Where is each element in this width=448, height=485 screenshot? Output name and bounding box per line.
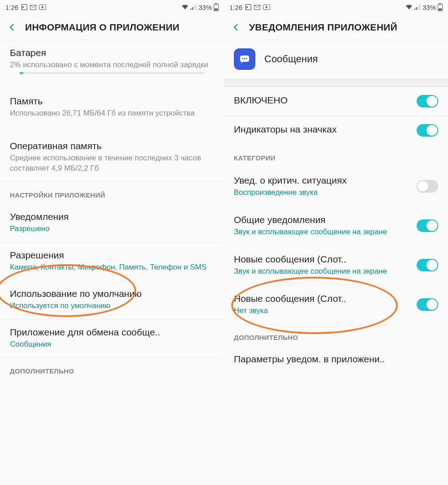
row-enabled[interactable]: ВКЛЮЧЕНО	[224, 87, 448, 116]
app-bar-right: УВЕДОМЛЕНИЯ ПРИЛОЖЕНИЙ	[224, 14, 448, 40]
row-slot2[interactable]: Новые сообщения (Слот.. Нет звука	[224, 285, 448, 325]
row-default[interactable]: Использование по умолчанию Используется …	[0, 281, 224, 320]
app-bar-left: ИНФОРМАЦИЯ О ПРИЛОЖЕНИИ	[0, 14, 224, 40]
row-subtitle: Разрешено	[10, 224, 214, 234]
svg-rect-8	[215, 4, 217, 4]
back-button[interactable]	[230, 21, 242, 33]
row-title: Использование по умолчанию	[10, 288, 214, 299]
svg-rect-6	[196, 4, 197, 10]
row-badges[interactable]: Индикаторы на значках	[224, 116, 448, 145]
section-header-extra: ДОПОЛНИТЕЛЬНО	[224, 325, 448, 347]
row-subtitle: Воспроизведение звука	[234, 188, 411, 198]
chevron-left-icon	[8, 23, 17, 32]
row-subtitle: Звук и всплывающее сообщение на экране	[234, 227, 411, 237]
row-permissions[interactable]: Разрешения Камера, Контакты, Микрофон, П…	[0, 243, 224, 281]
toggle-badges[interactable]	[417, 124, 438, 137]
row-subtitle: Звук и всплывающее сообщение на экране	[234, 266, 411, 277]
row-critical[interactable]: Увед. о критич. ситуациях Воспроизведени…	[224, 167, 448, 206]
svg-rect-18	[439, 4, 441, 4]
row-title: Параметры уведом. в приложени..	[234, 354, 438, 365]
row-notifications[interactable]: Уведомления Разрешено	[0, 204, 224, 243]
page-title: ИНФОРМАЦИЯ О ПРИЛОЖЕНИИ	[25, 22, 180, 33]
svg-rect-4	[192, 7, 193, 10]
row-subtitle: Среднее использование в течение последни…	[10, 153, 214, 174]
row-subtitle: Сообщения	[10, 339, 214, 350]
svg-rect-5	[194, 6, 195, 10]
svg-rect-3	[190, 9, 191, 10]
row-subtitle: Использовано 26,71 МБ/64 Гб из памяти ус…	[10, 108, 214, 119]
youtube-icon	[39, 4, 46, 10]
row-title: Общие уведомления	[234, 215, 411, 225]
row-storage[interactable]: Память Использовано 26,71 МБ/64 Гб из па…	[0, 89, 224, 127]
wifi-icon	[181, 4, 189, 10]
chevron-left-icon	[232, 23, 241, 32]
wifi-icon	[405, 4, 413, 10]
row-slot1[interactable]: Новые сообщения (Слот.. Звук и всплывающ…	[224, 246, 448, 285]
mail-icon	[30, 5, 36, 10]
section-header-categories: КАТЕГОРИИ	[224, 145, 448, 167]
row-title: Уведомления	[10, 211, 214, 222]
svg-rect-14	[416, 7, 417, 10]
svg-point-22	[244, 58, 246, 60]
toggle-critical[interactable]	[417, 180, 438, 193]
row-params[interactable]: Параметры уведом. в приложени..	[224, 347, 448, 374]
row-title: Разрешения	[10, 250, 214, 261]
battery-icon	[438, 3, 443, 11]
youtube-icon	[263, 4, 270, 10]
toggle-slot1[interactable]	[417, 259, 438, 271]
toggle-general[interactable]	[417, 219, 438, 232]
messages-app-icon	[234, 48, 255, 70]
phone-right: 1:26 33% УВЕДОМЛЕНИЯ ПРИЛОЖЕНИЙ Сообщени…	[224, 0, 448, 485]
row-subtitle: Камера, Контакты, Микрофон, Память, Теле…	[10, 262, 214, 273]
app-header-row: Сообщения	[224, 40, 448, 79]
row-subtitle: Используется по умолчанию	[10, 301, 214, 311]
row-title: Оперативная память	[10, 141, 214, 151]
status-time: 1:26	[5, 4, 18, 11]
toggle-slot2[interactable]	[417, 298, 438, 311]
svg-rect-9	[215, 9, 218, 10]
back-button[interactable]	[6, 21, 18, 33]
signal-icon	[414, 4, 421, 10]
phone-left: 1:26 33% ИНФОРМАЦИЯ О ПРИЛОЖЕНИИ Батарея…	[0, 0, 224, 485]
row-title: Увед. о критич. ситуациях	[234, 175, 411, 186]
svg-rect-19	[439, 9, 442, 10]
battery-icon	[214, 3, 219, 11]
row-subtitle: 2% использовано с момента последней полн…	[10, 60, 214, 70]
row-title: Память	[10, 96, 214, 107]
page-title: УВЕДОМЛЕНИЯ ПРИЛОЖЕНИЙ	[249, 22, 397, 33]
svg-rect-15	[418, 6, 419, 10]
svg-point-23	[246, 58, 247, 60]
screenshot-icon	[245, 4, 251, 10]
screenshot-icon	[21, 4, 27, 10]
battery-progress	[20, 72, 204, 74]
row-title: Приложение для обмена сообще..	[10, 327, 214, 338]
status-bar: 1:26 33%	[0, 0, 224, 14]
row-ram[interactable]: Оперативная память Среднее использование…	[0, 133, 224, 182]
svg-rect-16	[420, 4, 421, 10]
row-general[interactable]: Общие уведомления Звук и всплывающее соо…	[224, 206, 448, 246]
content-left: Батарея 2% использовано с момента послед…	[0, 40, 224, 485]
section-header-extra: ДОПОЛНИТЕЛЬНО	[0, 358, 224, 380]
row-title: Новые сообщения (Слот..	[234, 254, 411, 265]
section-header-app: НАСТРОЙКИ ПРИЛОЖЕНИЙ	[0, 182, 224, 204]
separator	[224, 79, 448, 87]
row-title: Новые сообщения (Слот..	[234, 293, 411, 304]
mail-icon	[254, 5, 260, 10]
battery-percent: 33%	[198, 4, 212, 11]
row-subtitle: Нет звука	[234, 306, 411, 316]
row-sms-app[interactable]: Приложение для обмена сообще.. Сообщения	[0, 320, 224, 358]
content-right: Сообщения ВКЛЮЧЕНО Индикаторы на значках…	[224, 40, 448, 485]
app-name: Сообщения	[264, 53, 318, 65]
toggle-enabled[interactable]	[417, 95, 438, 107]
row-title: ВКЛЮЧЕНО	[234, 95, 411, 106]
status-bar: 1:26 33%	[224, 0, 448, 14]
svg-rect-13	[414, 9, 415, 10]
row-title: Батарея	[10, 47, 214, 58]
status-time: 1:26	[229, 4, 242, 11]
row-title: Индикаторы на значках	[234, 124, 411, 135]
svg-point-21	[242, 58, 244, 60]
battery-percent: 33%	[422, 4, 436, 11]
signal-icon	[190, 4, 197, 10]
row-battery[interactable]: Батарея 2% использовано с момента послед…	[0, 40, 224, 82]
